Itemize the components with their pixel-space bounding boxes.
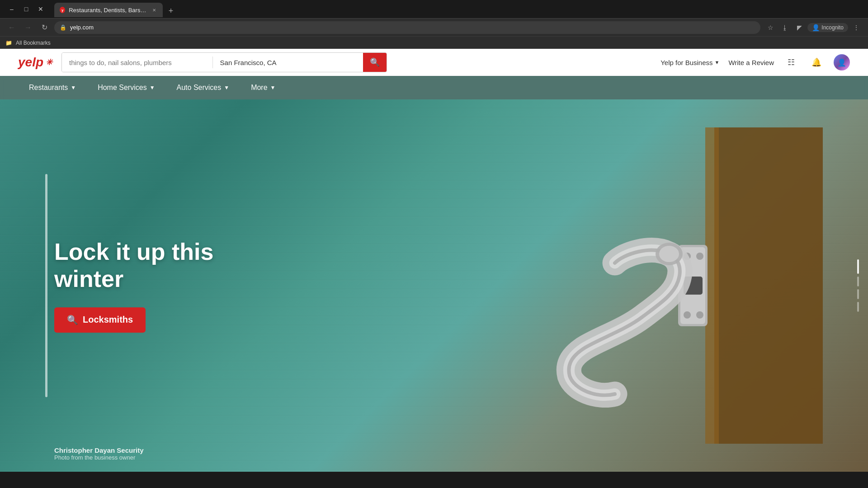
write-review-button[interactable]: Write a Review — [728, 59, 774, 66]
nav-auto-services[interactable]: Auto Services ▼ — [166, 76, 241, 99]
yelp-logo-text: yelp — [18, 55, 43, 70]
more-options-button[interactable]: ⋮ — [850, 21, 863, 34]
locksmiths-cta-button[interactable]: 🔍 Locksmiths — [54, 307, 146, 333]
photo-credit-description: Photo from the business owner — [54, 454, 144, 461]
url-display: yelp.com — [70, 24, 755, 31]
search-bar: 🔍 — [61, 52, 387, 72]
svg-rect-0 — [714, 127, 823, 444]
nav-more-label: More — [251, 84, 267, 92]
bell-icon: 🔔 — [811, 57, 821, 67]
tab-close-button[interactable]: ✕ — [151, 6, 157, 14]
active-tab[interactable]: y Restaurants, Dentists, Bars, Bea... ✕ — [54, 3, 163, 17]
hero-accent-bar — [45, 174, 47, 397]
new-tab-button[interactable]: + — [165, 5, 177, 17]
search-icon: 🔍 — [370, 57, 380, 67]
yelp-header: yelp✳ 🔍 Yelp for Business ▼ Write a Revi… — [0, 49, 868, 76]
scroll-dot-1 — [857, 259, 859, 274]
address-bar[interactable]: 🔒 yelp.com — [54, 21, 760, 34]
bookmark-star-button[interactable]: ☆ — [764, 21, 777, 34]
hero-content: Lock it up this winter 🔍 Locksmiths — [54, 239, 213, 333]
downloads-button[interactable]: ⭳ — [778, 21, 791, 34]
tab-favicon: y — [60, 7, 65, 13]
close-button[interactable]: ✕ — [34, 3, 47, 15]
scroll-indicator — [857, 259, 859, 312]
yelp-nav: Restaurants ▼ Home Services ▼ Auto Servi… — [0, 76, 868, 99]
nav-restaurants[interactable]: Restaurants ▼ — [18, 76, 87, 99]
browser-nav: ← → ↻ 🔒 yelp.com ☆ ⭳ ◤ 👤 Incognito ⋮ — [0, 18, 868, 36]
scroll-dot-4 — [857, 302, 859, 312]
tab-bar: y Restaurants, Dentists, Bars, Bea... ✕ … — [51, 1, 863, 17]
website-content: yelp✳ 🔍 Yelp for Business ▼ Write a Revi… — [0, 49, 868, 472]
more-chevron-icon: ▼ — [270, 84, 276, 91]
yelp-for-business-link[interactable]: Yelp for Business ▼ — [660, 59, 719, 66]
yelp-burst-icon: ✳ — [46, 57, 52, 67]
search-query-input[interactable] — [62, 53, 212, 72]
browser-titlebar: – □ ✕ y Restaurants, Dentists, Bars, Bea… — [0, 0, 868, 18]
incognito-icon: 👤 — [812, 24, 820, 31]
split-screen-button[interactable]: ◤ — [793, 21, 806, 34]
notifications-icon-button[interactable]: 🔔 — [808, 54, 825, 70]
hero-title: Lock it up this winter — [54, 239, 213, 293]
hero-section: Lock it up this winter 🔍 Locksmiths Chri… — [0, 99, 868, 472]
search-location-input[interactable] — [213, 53, 363, 72]
nav-auto-services-label: Auto Services — [177, 84, 222, 92]
forward-button[interactable]: → — [22, 21, 34, 34]
tab-title: Restaurants, Dentists, Bars, Bea... — [69, 7, 147, 14]
browser-chrome: – □ ✕ y Restaurants, Dentists, Bars, Bea… — [0, 0, 868, 49]
nav-more[interactable]: More ▼ — [240, 76, 286, 99]
search-submit-button[interactable]: 🔍 — [363, 53, 387, 72]
home-services-chevron-icon: ▼ — [150, 84, 155, 91]
hero-title-line1: Lock it up this — [54, 239, 213, 265]
photo-credit-business-name: Christopher Dayan Security — [54, 446, 144, 454]
nav-home-services[interactable]: Home Services ▼ — [87, 76, 165, 99]
avatar-icon: 👤 — [837, 58, 846, 67]
reload-button[interactable]: ↻ — [38, 21, 51, 34]
transactions-icon: ☷ — [788, 57, 795, 67]
scroll-dot-3 — [857, 289, 859, 299]
minimize-button[interactable]: – — [5, 3, 18, 15]
yelp-for-business-chevron: ▼ — [715, 60, 720, 65]
hero-title-line2: winter — [54, 266, 123, 292]
scroll-dot-2 — [857, 277, 859, 286]
yelp-logo[interactable]: yelp✳ — [18, 55, 52, 70]
user-avatar-button[interactable]: 👤 — [834, 54, 850, 70]
bookmarks-folder-icon: 📁 — [5, 40, 12, 46]
security-lock-icon: 🔒 — [60, 24, 66, 31]
browser-actions: ☆ ⭳ ◤ 👤 Incognito ⋮ — [764, 21, 863, 34]
photo-credit: Christopher Dayan Security Photo from th… — [54, 446, 144, 461]
restore-button[interactable]: □ — [20, 3, 33, 15]
back-button[interactable]: ← — [5, 21, 18, 34]
bookmarks-label: All Bookmarks — [16, 40, 51, 46]
auto-services-chevron-icon: ▼ — [224, 84, 229, 91]
incognito-label: Incognito — [821, 24, 844, 31]
incognito-button[interactable]: 👤 Incognito — [807, 23, 848, 32]
nav-restaurants-label: Restaurants — [29, 84, 68, 92]
nav-home-services-label: Home Services — [98, 84, 146, 92]
svg-point-7 — [696, 311, 703, 319]
locksmiths-cta-label: Locksmiths — [83, 314, 133, 325]
restaurants-chevron-icon: ▼ — [71, 84, 76, 91]
svg-point-5 — [696, 253, 703, 260]
locksmiths-search-icon: 🔍 — [67, 314, 78, 325]
lock-handle-visual — [470, 99, 823, 472]
svg-point-10 — [659, 246, 679, 262]
svg-point-6 — [684, 311, 691, 319]
window-controls: – □ ✕ — [5, 3, 47, 15]
yelp-for-business-label: Yelp for Business — [660, 59, 712, 66]
header-actions: Yelp for Business ▼ Write a Review ☷ 🔔 👤 — [660, 54, 850, 70]
bookmarks-bar: 📁 All Bookmarks — [0, 36, 868, 49]
transactions-icon-button[interactable]: ☷ — [783, 54, 799, 70]
